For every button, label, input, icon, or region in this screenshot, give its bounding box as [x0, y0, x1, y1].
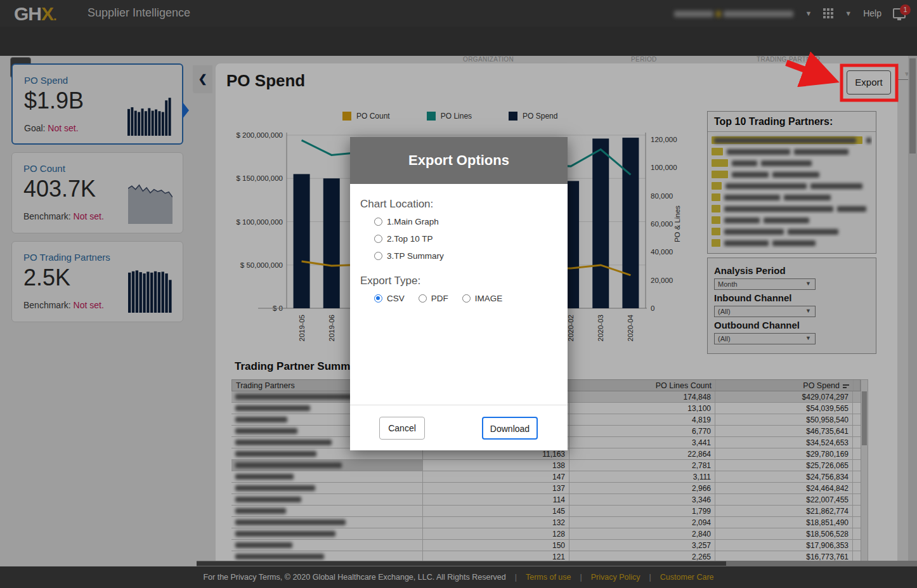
export-type-radio-pdf[interactable]: PDF [419, 294, 448, 303]
radio-icon [419, 294, 427, 303]
cancel-button[interactable]: Cancel [379, 417, 425, 440]
app-window: GHX. Supplier Intelligence ▼ ▼ Help 1 OR… [0, 0, 917, 588]
export-type-radio-csv[interactable]: CSV [374, 294, 405, 303]
chart-location-radio-2[interactable]: 2.Top 10 TP [374, 234, 568, 244]
dialog-title: Export Options [350, 137, 568, 184]
radio-icon [374, 252, 382, 260]
radio-icon [374, 235, 382, 243]
chart-location-radio-3[interactable]: 3.TP Summary [374, 251, 568, 261]
radio-icon [374, 218, 382, 226]
export-type-radio-image[interactable]: IMAGE [462, 294, 503, 303]
export-options-dialog: Export Options Chart Location: 1.Main Gr… [350, 137, 568, 450]
dialog-footer: Cancel Download [350, 405, 568, 450]
export-type-label: Export Type: [360, 275, 568, 287]
chart-location-label: Chart Location: [360, 198, 568, 211]
chart-location-radio-1[interactable]: 1.Main Graph [374, 217, 568, 226]
radio-icon [462, 294, 471, 303]
download-button[interactable]: Download [482, 417, 538, 440]
radio-icon [374, 294, 382, 303]
